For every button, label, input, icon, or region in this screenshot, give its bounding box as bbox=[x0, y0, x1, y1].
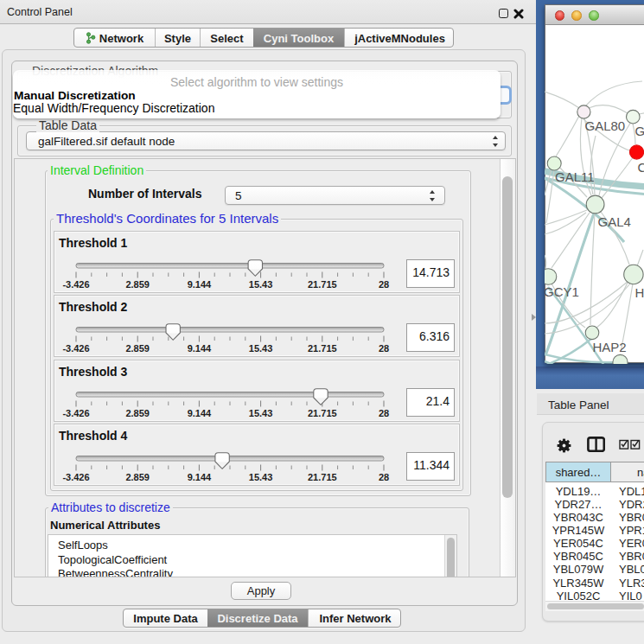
svg-text:GA: GA bbox=[635, 124, 644, 138]
svg-text:H: H bbox=[635, 285, 644, 300]
svg-text:GAL11: GAL11 bbox=[555, 169, 595, 184]
svg-text:C: C bbox=[638, 160, 644, 175]
svg-text:GAL4: GAL4 bbox=[598, 214, 631, 229]
svg-text:GCY1: GCY1 bbox=[545, 284, 579, 299]
svg-text:HAP2: HAP2 bbox=[593, 340, 627, 354]
svg-text:GAL80: GAL80 bbox=[585, 118, 626, 133]
